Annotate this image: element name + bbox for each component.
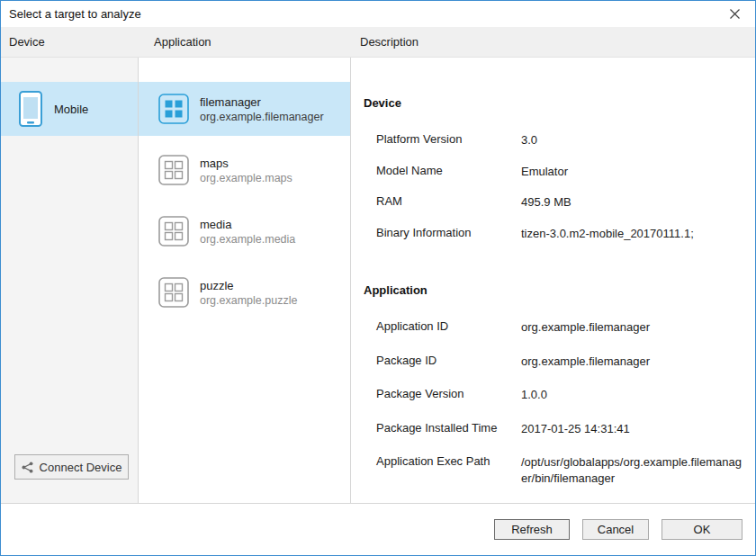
mobile-phone-icon	[19, 91, 42, 127]
close-button[interactable]	[715, 1, 755, 27]
cancel-button[interactable]: Cancel	[582, 519, 649, 540]
info-label: Application Exec Path	[376, 454, 521, 486]
info-value: Emulator	[521, 164, 742, 180]
select-target-dialog: Select a target to analyze Device Applic…	[0, 0, 756, 556]
titlebar: Select a target to analyze	[1, 1, 755, 27]
info-label: Model Name	[376, 164, 521, 180]
app-name: media	[200, 218, 295, 231]
device-item-mobile[interactable]: Mobile	[1, 82, 138, 136]
connect-device-button[interactable]: Connect Device	[14, 454, 129, 480]
device-item-label: Mobile	[54, 103, 88, 116]
column-header-device: Device	[1, 35, 139, 49]
device-panel: Mobile Connect Device	[1, 58, 139, 503]
close-icon	[730, 9, 740, 19]
app-item-maps[interactable]: maps org.example.maps	[139, 143, 350, 197]
info-value: tizen-3.0.m2-mobile_20170111.1;	[521, 226, 742, 242]
description-panel: Device Platform Version 3.0 Model Name E…	[351, 58, 755, 503]
info-label: Package Version	[376, 387, 521, 403]
app-package: org.example.puzzle	[200, 294, 297, 307]
device-info-rows: Platform Version 3.0 Model Name Emulator…	[376, 132, 742, 241]
app-item-filemanager[interactable]: filemanager org.example.filemanager	[139, 82, 350, 136]
app-item-puzzle[interactable]: puzzle org.example.puzzle	[139, 265, 350, 319]
app-item-texts: filemanager org.example.filemanager	[200, 95, 324, 123]
app-grid-icon	[158, 277, 189, 308]
info-row: Package Installed Time 2017-01-25 14:31:…	[376, 421, 742, 437]
application-panel: filemanager org.example.filemanager maps	[139, 58, 351, 503]
connect-device-label: Connect Device	[40, 461, 122, 474]
info-label: Package Installed Time	[376, 421, 521, 437]
info-label: Application ID	[376, 319, 521, 336]
info-value: 495.9 MB	[521, 194, 742, 211]
app-item-texts: media org.example.media	[200, 218, 295, 246]
dialog-title: Select a target to analyze	[9, 7, 141, 21]
app-grid-icon	[158, 94, 189, 124]
info-row: Package ID org.example.filemanager	[376, 354, 742, 370]
app-name: maps	[200, 157, 292, 170]
info-label: Platform Version	[376, 132, 521, 148]
section-title-device: Device	[364, 96, 742, 110]
info-label: Binary Information	[376, 226, 521, 242]
dialog-body: Mobile Connect Device	[1, 58, 755, 503]
info-label: Package ID	[376, 354, 521, 370]
footer-button-bar: Refresh Cancel OK	[1, 503, 755, 555]
info-label: RAM	[376, 194, 521, 211]
connect-device-icon	[22, 462, 33, 473]
info-value: org.example.filemanager	[521, 319, 742, 336]
refresh-button[interactable]: Refresh	[494, 519, 570, 540]
info-row: Application ID org.example.filemanager	[376, 319, 742, 336]
column-header-application: Application	[139, 35, 351, 49]
info-row: Platform Version 3.0	[376, 132, 742, 148]
app-package: org.example.filemanager	[200, 111, 324, 123]
section-title-application: Application	[364, 283, 742, 297]
app-item-media[interactable]: media org.example.media	[139, 204, 350, 258]
info-row: Model Name Emulator	[376, 164, 742, 180]
app-package: org.example.maps	[200, 172, 292, 184]
app-name: filemanager	[200, 95, 324, 109]
app-grid-icon	[158, 216, 189, 247]
column-header-row: Device Application Description	[1, 27, 755, 58]
info-row: Application Exec Path /opt/usr/globalapp…	[376, 454, 742, 486]
info-value: 2017-01-25 14:31:41	[521, 421, 742, 437]
app-item-texts: maps org.example.maps	[200, 157, 292, 184]
app-name: puzzle	[200, 279, 297, 292]
column-header-description: Description	[351, 35, 755, 49]
app-item-texts: puzzle org.example.puzzle	[200, 279, 297, 307]
info-row: Binary Information tizen-3.0.m2-mobile_2…	[376, 226, 742, 242]
app-grid-icon	[158, 155, 189, 185]
application-info-rows: Application ID org.example.filemanager P…	[376, 319, 742, 486]
info-value: org.example.filemanager	[521, 354, 742, 370]
info-value: /opt/usr/globalapps/org.example.filemana…	[521, 454, 742, 486]
app-package: org.example.media	[200, 233, 295, 246]
ok-button[interactable]: OK	[662, 519, 742, 540]
info-row: RAM 495.9 MB	[376, 194, 742, 211]
info-value: 3.0	[521, 132, 742, 148]
info-row: Package Version 1.0.0	[376, 387, 742, 403]
info-value: 1.0.0	[521, 387, 742, 403]
